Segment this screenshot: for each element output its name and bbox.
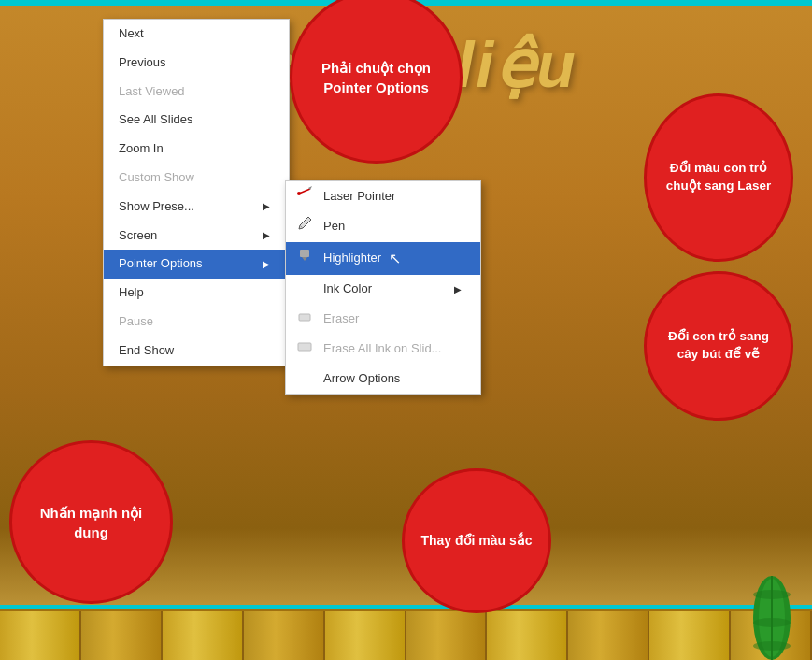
svg-rect-2 xyxy=(299,314,310,321)
menu-item-pause: Pause xyxy=(104,308,289,337)
menu-item-custom-show: Custom Show xyxy=(104,164,289,193)
bubble-bottom-center-text: Thay đổi màu sắc xyxy=(420,532,532,551)
submenu-item-laser[interactable]: Laser Pointer xyxy=(286,181,480,211)
ink-color-arrow: ▶ xyxy=(454,282,462,297)
submenu-item-highlighter[interactable]: Highlighter ↖ xyxy=(286,242,480,276)
bamboo-seg-9 xyxy=(649,611,731,660)
menu-item-see-all-slides[interactable]: See All Slides xyxy=(104,106,289,135)
submenu: Laser Pointer Pen Highlighter ↖ Ink Colo… xyxy=(285,180,481,395)
menu-item-last-viewed: Last Viewed xyxy=(104,78,289,107)
bamboo-seg-5 xyxy=(325,611,406,660)
bamboo-seg-1 xyxy=(0,611,81,660)
submenu-label-ink-color: Ink Color xyxy=(323,280,372,299)
bubble-top-text: Phải chuột chọn Pointer Options xyxy=(311,58,441,97)
menu-item-end-show[interactable]: End Show xyxy=(104,337,289,366)
svg-point-10 xyxy=(753,641,791,651)
submenu-item-arrow-options[interactable]: Arrow Options xyxy=(286,365,480,394)
bamboo-seg-4 xyxy=(244,611,325,660)
laser-icon xyxy=(297,186,318,207)
erase-all-icon xyxy=(297,339,318,360)
menu-item-next[interactable]: Next xyxy=(104,20,289,49)
submenu-label-arrow-options: Arrow Options xyxy=(323,369,400,389)
menu-item-show-prese[interactable]: Show Prese...▶ xyxy=(104,193,289,222)
svg-rect-1 xyxy=(300,250,309,257)
cursor-icon: ↖ xyxy=(389,247,401,271)
bamboo-seg-3 xyxy=(163,611,244,660)
pen-icon xyxy=(297,216,318,237)
submenu-label-pen: Pen xyxy=(323,217,345,237)
bubble-right-bottom-text: Đổi con trỏ sang cây bút để vẽ xyxy=(661,328,776,364)
submenu-item-pen[interactable]: Pen xyxy=(286,211,480,241)
svg-point-8 xyxy=(753,590,791,599)
menu-item-previous[interactable]: Previous xyxy=(104,49,289,78)
submenu-label-erase-all: Erase All Ink on Slid... xyxy=(323,339,441,359)
submenu-item-ink-color[interactable]: Ink Color ▶ xyxy=(286,275,480,304)
bubble-bottom-center: Thay đổi màu sắc xyxy=(402,468,551,613)
menu-item-screen[interactable]: Screen▶ xyxy=(104,222,289,251)
menu-item-zoom-in[interactable]: Zoom In xyxy=(104,135,289,164)
bamboo-seg-7 xyxy=(487,611,568,660)
submenu-label-highlighter: Highlighter xyxy=(323,249,381,268)
bubble-right-bottom: Đổi con trỏ sang cây bút để vẽ xyxy=(644,271,793,421)
bamboo-bar xyxy=(0,609,812,660)
bubble-right-top-text: Đổi màu con trỏ chuột sang Laser xyxy=(661,160,776,195)
eraser-icon xyxy=(297,308,318,329)
context-menu: Next Previous Last Viewed See All Slides… xyxy=(103,19,290,366)
bubble-bottom-left: Nhấn mạnh nội dung xyxy=(9,440,173,604)
svg-point-9 xyxy=(753,618,791,627)
bamboo-seg-8 xyxy=(568,611,649,660)
submenu-label-laser: Laser Pointer xyxy=(323,187,395,207)
bamboo-seg-2 xyxy=(81,611,163,660)
submenu-label-eraser: Eraser xyxy=(323,309,359,329)
menu-item-pointer-options[interactable]: Pointer Options▶ xyxy=(104,250,289,279)
submenu-item-eraser: Eraser xyxy=(286,304,480,334)
submenu-item-erase-all: Erase All Ink on Slid... xyxy=(286,335,480,365)
highlighter-icon xyxy=(297,248,318,268)
bamboo-decoration xyxy=(747,576,798,660)
bubble-right-top: Đổi màu con trỏ chuột sang Laser xyxy=(644,93,793,262)
bamboo-seg-6 xyxy=(406,611,488,660)
bubble-bottom-left-text: Nhấn mạnh nội dung xyxy=(31,503,151,542)
svg-point-0 xyxy=(297,192,301,195)
svg-rect-3 xyxy=(298,343,311,351)
menu-item-help[interactable]: Help xyxy=(104,279,289,308)
